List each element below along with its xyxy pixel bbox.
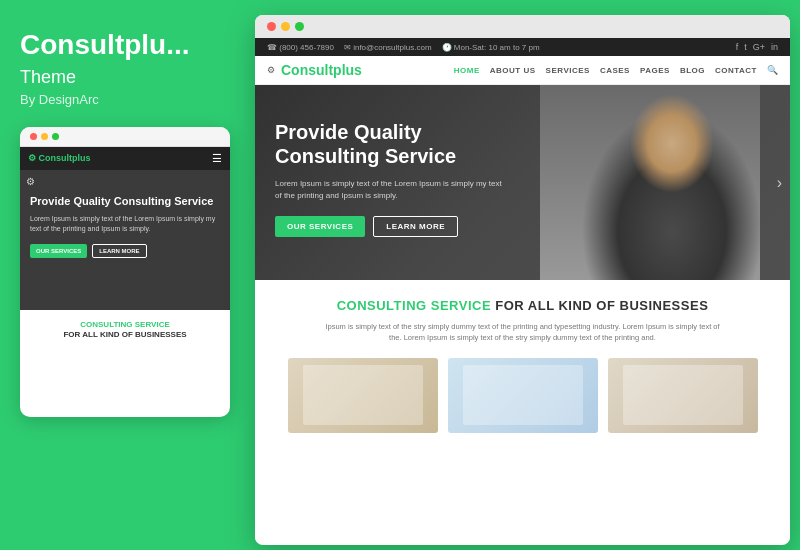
topbar-email: ✉ info@consultplus.com [344, 43, 432, 52]
thumbnail-2 [448, 358, 598, 433]
search-icon[interactable]: 🔍 [767, 65, 778, 75]
mobile-services-button[interactable]: OUR SERVICES [30, 244, 87, 258]
consulting-heading: CONSULTING SERVICE FOR ALL KIND OF BUSIN… [275, 298, 770, 313]
social-google[interactable]: G+ [753, 42, 765, 52]
mobile-logo-accent: plus [72, 153, 91, 163]
mobile-bottom-title-green: CONSULTING SERVICE [80, 320, 170, 329]
mobile-nav: ⚙ Consultplus ☰ [20, 147, 230, 170]
nav-home[interactable]: HOME [454, 66, 480, 75]
hamburger-icon[interactable]: ☰ [212, 152, 222, 165]
chrome-dot-green [295, 22, 304, 31]
chrome-dot-yellow [281, 22, 290, 31]
mobile-hero-desc: Lorem Ipsum is simply text of the Lorem … [30, 214, 220, 234]
desktop-nav-links: HOME ABOUT US SERVICES CASES PAGES BLOG … [454, 65, 778, 75]
mobile-hero-buttons: OUR SERVICES LEARN MORE [30, 244, 220, 258]
desktop-gear-icon: ⚙ [267, 65, 275, 75]
theme-subtitle: Theme [20, 67, 225, 88]
topbar-right: f t G+ in [736, 42, 778, 52]
mobile-bottom-section: CONSULTING SERVICE FOR ALL KIND OF BUSIN… [20, 310, 230, 351]
consulting-heading-rest: FOR ALL KIND OF BUSINESSES [495, 298, 708, 313]
desktop-preview: ☎ (800) 456-7890 ✉ info@consultplus.com … [255, 15, 790, 545]
topbar-left: ☎ (800) 456-7890 ✉ info@consultplus.com … [267, 43, 540, 52]
desktop-nav: ⚙ Consultplus HOME ABOUT US SERVICES CAS… [255, 56, 790, 85]
mobile-bottom-title-rest: FOR ALL KIND OF BUSINESSES [63, 330, 186, 339]
topbar-hours: 🕐 Mon-Sat: 10 am to 7 pm [442, 43, 540, 52]
mobile-logo-text-main: Consult [39, 153, 73, 163]
mobile-logo: ⚙ Consultplus [28, 153, 91, 163]
thumbnail-1 [288, 358, 438, 433]
nav-cases[interactable]: CASES [600, 66, 630, 75]
nav-services[interactable]: SERVICES [546, 66, 590, 75]
social-facebook[interactable]: f [736, 42, 739, 52]
desktop-logo: Consultplus [281, 62, 362, 78]
desktop-hero: › Provide Quality Consulting Service Lor… [255, 85, 790, 280]
mobile-learn-button[interactable]: LEARN MORE [92, 244, 146, 258]
theme-author: By DesignArc [20, 92, 225, 107]
mobile-window-chrome [20, 127, 230, 147]
mobile-dot-red [30, 133, 37, 140]
nav-contact[interactable]: CONTACT [715, 66, 757, 75]
desktop-hero-desc: Lorem Ipsum is simply text of the Lorem … [275, 178, 505, 202]
desktop-logo-text: Consult [281, 62, 333, 78]
desktop-site: ☎ (800) 456-7890 ✉ info@consultplus.com … [255, 38, 790, 542]
mobile-hero: ⚙ Provide Quality Consulting Service Lor… [20, 170, 230, 310]
social-linkedin[interactable]: in [771, 42, 778, 52]
nav-blog[interactable]: BLOG [680, 66, 705, 75]
hero-person-silhouette [540, 85, 760, 280]
consulting-heading-green: CONSULTING SERVICE [337, 298, 491, 313]
desktop-hero-title: Provide Quality Consulting Service [275, 120, 525, 168]
theme-title: Consultplu... [20, 30, 225, 61]
mobile-dot-yellow [41, 133, 48, 140]
hero-chevron-icon[interactable]: › [777, 174, 782, 192]
mobile-dot-green [52, 133, 59, 140]
thumbnail-row [275, 358, 770, 433]
window-chrome [255, 15, 790, 38]
thumb-inner-2 [463, 365, 583, 425]
hero-learn-button[interactable]: LEARN MORE [373, 216, 458, 237]
desktop-topbar: ☎ (800) 456-7890 ✉ info@consultplus.com … [255, 38, 790, 56]
thumbnail-3 [608, 358, 758, 433]
mobile-preview: ⚙ Consultplus ☰ ⚙ Provide Quality Consul… [20, 127, 230, 417]
mobile-gear-icon: ⚙ [26, 176, 35, 187]
thumb-inner-1 [303, 365, 423, 425]
mobile-logo-icon: ⚙ [28, 153, 39, 163]
mobile-hero-title: Provide Quality Consulting Service [30, 194, 220, 208]
topbar-phone: ☎ (800) 456-7890 [267, 43, 334, 52]
mobile-bottom-title: CONSULTING SERVICE FOR ALL KIND OF BUSIN… [30, 320, 220, 341]
desktop-content: CONSULTING SERVICE FOR ALL KIND OF BUSIN… [255, 280, 790, 542]
nav-about[interactable]: ABOUT US [490, 66, 536, 75]
consulting-desc: Ipsum is simply text of the stry simply … [323, 321, 723, 344]
hero-person-image [540, 85, 760, 280]
desktop-logo-accent: plus [333, 62, 362, 78]
thumb-inner-3 [623, 365, 743, 425]
hero-services-button[interactable]: OUR SERVICES [275, 216, 365, 237]
nav-pages[interactable]: PAGES [640, 66, 670, 75]
chrome-dot-red [267, 22, 276, 31]
left-panel: Consultplu... Theme By DesignArc ⚙ Consu… [0, 0, 245, 550]
social-twitter[interactable]: t [744, 42, 747, 52]
